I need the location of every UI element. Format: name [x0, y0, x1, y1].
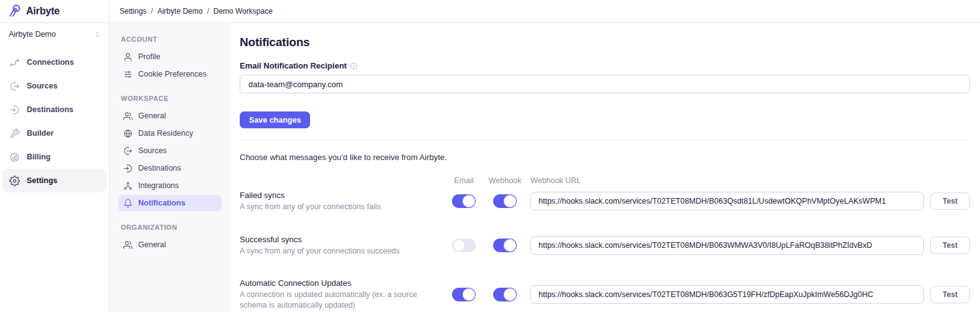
builder-icon: [9, 128, 20, 139]
test-webhook-button[interactable]: Test: [930, 286, 970, 303]
notification-row-text: Successful syncsA sync from any of your …: [240, 235, 442, 257]
settings-nav-section: ACCOUNTProfileCookie Preferences: [118, 35, 222, 82]
sidebar-item-label: Connections: [27, 58, 74, 67]
connections-icon: [9, 57, 20, 68]
settings-nav-section-title: WORKSPACE: [118, 95, 222, 102]
notifications-description: Choose what messages you'd like to recei…: [240, 153, 970, 162]
settings-nav-item-general[interactable]: General: [118, 108, 222, 124]
workspace-selector[interactable]: Airbyte Demo: [0, 23, 109, 45]
settings-nav-item-label: Integrations: [138, 181, 179, 190]
page-title: Notifications: [240, 35, 970, 49]
breadcrumb-item[interactable]: Settings: [120, 7, 146, 16]
toggle-knob: [504, 195, 516, 207]
settings-nav-item-label: Sources: [138, 146, 167, 155]
notifications-header-row: Email Webhook Webhook URL: [240, 176, 970, 185]
settings-nav-section-title: ORGANIZATION: [118, 224, 222, 231]
sidebar-item-label: Sources: [27, 82, 57, 90]
toggle-knob: [504, 239, 516, 252]
email-recipient-input[interactable]: [240, 75, 970, 93]
settings-nav-item-data-residency[interactable]: Data Residency: [118, 125, 222, 141]
webhook-toggle[interactable]: [493, 194, 517, 208]
notification-row-text: Failed syncsA sync from any of your conn…: [240, 191, 442, 212]
column-header-email: Email: [448, 176, 479, 185]
globe-icon: [123, 129, 133, 138]
notification-description: A connection is updated automatically (e…: [240, 290, 442, 310]
webhook-url-input[interactable]: [530, 236, 924, 255]
source-icon: [9, 81, 20, 92]
sidebar-item-label: Billing: [27, 153, 50, 161]
toggle-knob: [453, 239, 465, 252]
workspace-selector-label: Airbyte Demo: [9, 30, 56, 39]
airbyte-logo-icon: [8, 4, 22, 19]
notification-title: Automatic Connection Updates: [240, 278, 442, 288]
settings-nav-item-label: General: [138, 111, 166, 120]
users-icon: [123, 240, 133, 250]
chevron-up-down-icon: [93, 31, 101, 39]
bell-icon: [123, 199, 133, 208]
notification-row: Automatic Connection UpdatesA connection…: [240, 278, 970, 310]
info-icon[interactable]: [350, 62, 357, 70]
settings-nav-section: ORGANIZATIONGeneral: [118, 224, 222, 253]
notifications-list: Failed syncsA sync from any of your conn…: [240, 191, 970, 310]
sidebar-item-label: Settings: [27, 176, 57, 185]
settings-nav-item-label: General: [138, 240, 166, 249]
test-webhook-button[interactable]: Test: [930, 237, 970, 254]
notifications-page: Notifications Email Notification Recipie…: [230, 23, 980, 312]
email-recipient-label: Email Notification Recipient: [240, 61, 347, 70]
settings-nav-item-destinations[interactable]: Destinations: [118, 160, 222, 176]
sliders-icon: [123, 70, 133, 79]
toggle-knob: [463, 195, 475, 207]
breadcrumb-item[interactable]: Demo Workspace: [214, 7, 273, 16]
settings-nav-item-sources[interactable]: Sources: [118, 143, 222, 159]
sidebar-item-label: Builder: [27, 129, 54, 138]
app-sidebar: Airbyte Demo ConnectionsSourcesDestinati…: [0, 23, 110, 312]
webhook-toggle[interactable]: [493, 239, 517, 252]
save-changes-button[interactable]: Save changes: [240, 111, 310, 128]
email-toggle[interactable]: [452, 239, 476, 252]
top-bar: Airbyte Settings/Airbyte Demo/Demo Works…: [0, 0, 980, 23]
settings-nav-item-integrations[interactable]: Integrations: [118, 177, 222, 194]
column-header-webhook-url: Webhook URL: [530, 176, 924, 185]
webhook-toggle[interactable]: [493, 288, 517, 301]
settings-nav-item-profile[interactable]: Profile: [118, 49, 222, 65]
notification-description: A sync from any of your connections succ…: [240, 246, 442, 257]
gear-icon: [9, 176, 20, 186]
breadcrumb-separator: /: [151, 7, 153, 16]
sidebar-item-sources[interactable]: Sources: [2, 74, 106, 98]
settings-nav-item-org-general[interactable]: General: [118, 237, 222, 253]
sidebar-item-settings[interactable]: Settings: [2, 169, 106, 192]
breadcrumb: Settings/Airbyte Demo/Demo Workspace: [110, 0, 273, 22]
sidebar-item-builder[interactable]: Builder: [2, 121, 106, 145]
sidebar-item-destinations[interactable]: Destinations: [2, 98, 106, 121]
notification-row-text: Automatic Connection UpdatesA connection…: [240, 278, 442, 310]
sidebar-item-billing[interactable]: Billing: [2, 145, 106, 169]
settings-nav: ACCOUNTProfileCookie PreferencesWORKSPAC…: [110, 23, 230, 312]
settings-nav-item-label: Notifications: [138, 199, 186, 207]
settings-nav-item-cookie-preferences[interactable]: Cookie Preferences: [118, 66, 222, 82]
notification-row: Failed syncsA sync from any of your conn…: [240, 191, 970, 212]
test-webhook-button[interactable]: Test: [930, 192, 970, 210]
sidebar-item-label: Destinations: [27, 105, 73, 114]
toggle-knob: [504, 288, 516, 301]
app-nav: ConnectionsSourcesDestinationsBuilderBil…: [0, 50, 109, 192]
brand-logo: Airbyte: [0, 0, 110, 22]
webhook-url-input[interactable]: [530, 192, 924, 210]
source-icon: [123, 146, 133, 156]
billing-icon: [9, 152, 20, 163]
webhook-url-input[interactable]: [530, 285, 924, 304]
breadcrumb-item[interactable]: Airbyte Demo: [158, 7, 203, 16]
destination-icon: [9, 105, 20, 115]
settings-nav-item-label: Destinations: [138, 164, 181, 173]
email-toggle[interactable]: [452, 288, 476, 301]
users-icon: [123, 111, 133, 121]
notification-title: Failed syncs: [240, 191, 442, 200]
breadcrumb-separator: /: [207, 7, 209, 16]
settings-nav-item-notifications[interactable]: Notifications: [118, 195, 222, 211]
settings-nav-section-title: ACCOUNT: [118, 35, 222, 43]
notification-title: Successful syncs: [240, 235, 442, 244]
integrations-icon: [123, 181, 133, 191]
column-header-webhook: Webhook: [486, 176, 524, 185]
toggle-knob: [463, 288, 475, 301]
email-toggle[interactable]: [452, 194, 476, 208]
sidebar-item-connections[interactable]: Connections: [2, 50, 106, 74]
